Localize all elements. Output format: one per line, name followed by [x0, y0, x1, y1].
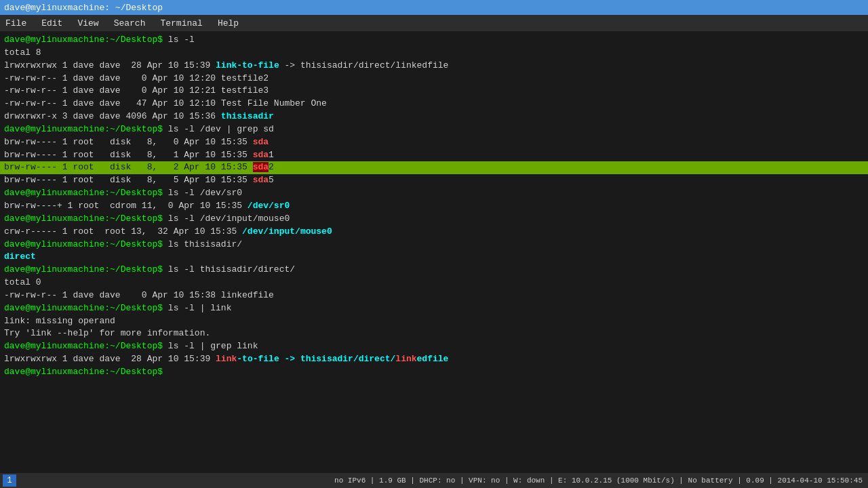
- terminal-line: -rw-rw-r-- 1 dave dave 0 Apr 10 12:21 te…: [4, 85, 864, 98]
- terminal-line: brw-rw---- 1 root disk 8, 0 Apr 10 15:35…: [4, 136, 864, 149]
- title-text: dave@mylinuxmachine: ~/Desktop: [4, 3, 163, 13]
- terminal-line: direct: [4, 251, 864, 264]
- terminal-line: -rw-rw-r-- 1 dave dave 0 Apr 10 15:38 li…: [4, 289, 864, 302]
- status-right-text: no IPv6 | 1.9 GB | DHCP: no | VPN: no | …: [16, 476, 865, 485]
- menu-view[interactable]: View: [75, 17, 101, 30]
- terminal-line: brw-rw---- 1 root disk 8, 1 Apr 10 15:35…: [4, 149, 864, 162]
- terminal-line: Try 'link --help' for more information.: [4, 327, 864, 340]
- terminal-line: link: missing operand: [4, 315, 864, 328]
- terminal-line: dave@mylinuxmachine:~/Desktop$ ls -l: [4, 34, 864, 47]
- terminal-line: crw-r----- 1 root root 13, 32 Apr 10 15:…: [4, 226, 864, 239]
- menu-help[interactable]: Help: [215, 17, 241, 30]
- menu-file[interactable]: File: [3, 17, 29, 30]
- terminal-line: brw-rw---- 1 root disk 8, 5 Apr 10 15:35…: [4, 174, 864, 187]
- terminal-line: dave@mylinuxmachine:~/Desktop$ ls -l /de…: [4, 213, 864, 226]
- terminal-line: dave@mylinuxmachine:~/Desktop$: [4, 366, 864, 379]
- title-bar: dave@mylinuxmachine: ~/Desktop: [0, 0, 868, 15]
- terminal-line: dave@mylinuxmachine:~/Desktop$ ls -l | l…: [4, 302, 864, 315]
- status-left-num: 1: [3, 474, 16, 487]
- status-bar: 1 no IPv6 | 1.9 GB | DHCP: no | VPN: no …: [0, 473, 868, 488]
- terminal-line: total 0: [4, 277, 864, 289]
- terminal-line: -rw-rw-r-- 1 dave dave 0 Apr 10 12:20 te…: [4, 73, 864, 85]
- menu-bar: File Edit View Search Terminal Help: [0, 15, 868, 31]
- terminal-line: brw-rw----+ 1 root cdrom 11, 0 Apr 10 15…: [4, 200, 864, 213]
- terminal-line: -rw-rw-r-- 1 dave dave 47 Apr 10 12:10 T…: [4, 98, 864, 110]
- terminal-line: dave@mylinuxmachine:~/Desktop$ ls -l | g…: [4, 340, 864, 353]
- terminal-line: lrwxrwxrwx 1 dave dave 28 Apr 10 15:39 l…: [4, 60, 864, 73]
- terminal-line: lrwxrwxrwx 1 dave dave 28 Apr 10 15:39 l…: [4, 353, 864, 366]
- terminal[interactable]: dave@mylinuxmachine:~/Desktop$ ls -ltota…: [0, 31, 868, 473]
- terminal-line: dave@mylinuxmachine:~/Desktop$ ls thisis…: [4, 239, 864, 251]
- menu-terminal[interactable]: Terminal: [157, 17, 205, 30]
- terminal-line: total 8: [4, 47, 864, 60]
- terminal-line: dave@mylinuxmachine:~/Desktop$ ls -l thi…: [4, 264, 864, 277]
- terminal-line: drwxrwxr-x 3 dave dave 4096 Apr 10 15:36…: [4, 110, 864, 123]
- terminal-line: dave@mylinuxmachine:~/Desktop$ ls -l /de…: [4, 123, 864, 136]
- menu-search[interactable]: Search: [111, 17, 149, 30]
- terminal-line: brw-rw---- 1 root disk 8, 2 Apr 10 15:35…: [0, 161, 868, 174]
- menu-edit[interactable]: Edit: [39, 17, 65, 30]
- terminal-line: dave@mylinuxmachine:~/Desktop$ ls -l /de…: [4, 187, 864, 200]
